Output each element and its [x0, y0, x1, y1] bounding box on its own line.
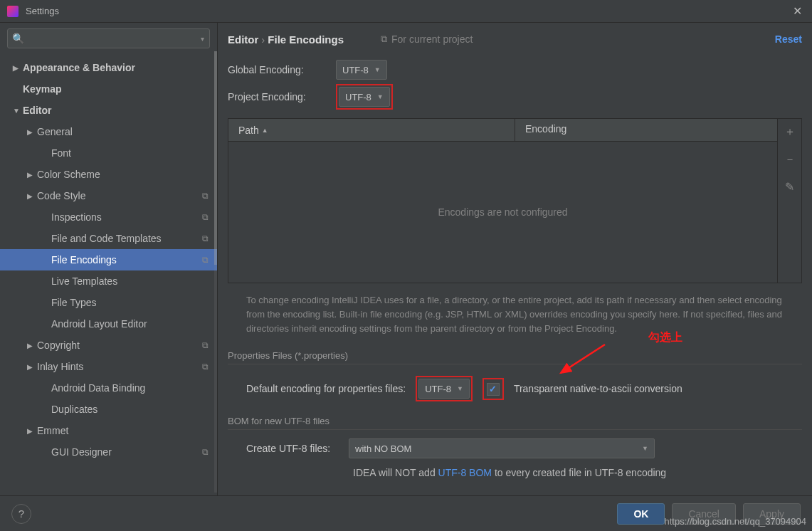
- properties-encoding-label: Default encoding for properties files:: [246, 383, 406, 394]
- global-encoding-select[interactable]: UTF-8▼: [336, 60, 387, 80]
- chevron-down-icon: ▼: [377, 93, 384, 100]
- transparent-ascii-checkbox[interactable]: [487, 383, 500, 396]
- breadcrumb: Editor›File Encodings: [228, 33, 344, 46]
- copy-icon: ⧉: [381, 33, 387, 45]
- scope-hint: ⧉ For current project: [381, 33, 473, 45]
- bom-label: Create UTF-8 files:: [246, 443, 339, 454]
- expand-arrow-icon[interactable]: [13, 107, 23, 115]
- project-scope-icon: ⧉: [202, 255, 209, 265]
- ok-button[interactable]: OK: [617, 503, 665, 525]
- tree-item-duplicates[interactable]: Duplicates: [0, 399, 217, 420]
- tree-item-label: Inspections: [51, 211, 102, 223]
- tree-item-label: Appearance & Behavior: [23, 62, 135, 73]
- tree-item-file-and-code-templates[interactable]: File and Code Templates⧉: [0, 228, 217, 249]
- expand-arrow-icon[interactable]: [13, 64, 23, 72]
- tree-item-label: Code Style: [37, 190, 85, 201]
- project-scope-icon: ⧉: [202, 233, 209, 243]
- tree-item-editor[interactable]: Editor: [0, 100, 217, 121]
- tree-item-file-encodings[interactable]: File Encodings⧉: [0, 249, 217, 270]
- project-encoding-label: Project Encoding:: [228, 91, 327, 102]
- tree-item-label: File Types: [51, 297, 97, 308]
- annotation-highlight: [483, 378, 504, 400]
- reset-link[interactable]: Reset: [775, 33, 802, 45]
- tree-item-label: Duplicates: [51, 404, 97, 415]
- chevron-down-icon: ▼: [374, 66, 381, 73]
- utf8-bom-link[interactable]: UTF-8 BOM: [438, 467, 492, 478]
- tree-item-copyright[interactable]: Copyright⧉: [0, 335, 217, 356]
- tree-item-font[interactable]: Font: [0, 142, 217, 164]
- search-history-icon[interactable]: ▾: [201, 35, 204, 43]
- expand-arrow-icon[interactable]: [27, 128, 37, 136]
- tree-item-label: Keymap: [23, 83, 61, 95]
- tree-item-inspections[interactable]: Inspections⧉: [0, 206, 217, 228]
- chevron-down-icon: ▼: [457, 385, 463, 392]
- sort-asc-icon: ▲: [262, 127, 268, 134]
- table-empty-text: Encodings are not configured: [228, 142, 777, 283]
- bom-select[interactable]: with NO BOM▼: [349, 438, 655, 458]
- tree-item-label: Copyright: [37, 340, 80, 351]
- add-icon[interactable]: ＋: [784, 125, 796, 140]
- tree-item-label: Live Templates: [51, 275, 117, 287]
- tree-item-emmet[interactable]: Emmet: [0, 420, 217, 441]
- bom-section-header: BOM for new UTF-8 files: [228, 416, 802, 430]
- tree-item-label: File and Code Templates: [51, 233, 162, 244]
- sidebar: 🔍 ▾ Appearance & BehaviorKeymapEditorGen…: [0, 23, 218, 495]
- tree-item-label: Inlay Hints: [37, 361, 83, 372]
- tree-item-keymap[interactable]: Keymap: [0, 78, 217, 100]
- tree-item-label: File Encodings: [51, 254, 117, 266]
- remove-icon[interactable]: －: [784, 152, 796, 167]
- tree-item-label: Color Scheme: [37, 169, 100, 180]
- sidebar-scrollbar-thumb[interactable]: [214, 51, 217, 265]
- settings-tree: Appearance & BehaviorKeymapEditorGeneral…: [0, 54, 217, 463]
- project-scope-icon: ⧉: [202, 362, 209, 372]
- window-title: Settings: [26, 6, 59, 16]
- app-icon: [7, 6, 19, 17]
- annotation-text: 勾选上: [648, 330, 682, 345]
- bom-note: IDEA will NOT add UTF-8 BOM to every cre…: [228, 463, 802, 478]
- project-scope-icon: ⧉: [202, 212, 209, 222]
- tree-item-label: Editor: [23, 105, 51, 116]
- tree-item-general[interactable]: General: [0, 121, 217, 142]
- tree-item-color-scheme[interactable]: Color Scheme: [0, 164, 217, 185]
- global-encoding-label: Global Encoding:: [228, 64, 327, 75]
- tree-item-gui-designer[interactable]: GUI Designer⧉: [0, 441, 217, 463]
- annotation-highlight: UTF-8▼: [336, 84, 393, 110]
- transparent-ascii-label: Transparent native-to-ascii conversion: [514, 383, 682, 394]
- search-icon: 🔍: [12, 33, 24, 44]
- tree-item-code-style[interactable]: Code Style⧉: [0, 185, 217, 206]
- tree-item-android-layout-editor[interactable]: Android Layout Editor: [0, 313, 217, 335]
- project-scope-icon: ⧉: [202, 191, 209, 201]
- annotation-highlight: UTF-8▼: [416, 376, 473, 401]
- search-input[interactable]: [7, 28, 210, 48]
- project-scope-icon: ⧉: [202, 447, 209, 457]
- project-scope-icon: ⧉: [202, 340, 209, 350]
- tree-item-live-templates[interactable]: Live Templates: [0, 270, 217, 292]
- main-panel: Editor›File Encodings ⧉ For current proj…: [218, 23, 812, 495]
- close-icon[interactable]: ✕: [790, 1, 805, 21]
- properties-section-header: Properties Files (*.properties): [228, 350, 802, 364]
- tree-item-label: General: [37, 126, 73, 137]
- tree-item-label: Emmet: [37, 425, 68, 436]
- expand-arrow-icon[interactable]: [27, 363, 37, 371]
- titlebar: Settings ✕: [0, 0, 812, 23]
- column-header-path[interactable]: Path▲: [228, 119, 515, 141]
- expand-arrow-icon[interactable]: [27, 192, 37, 200]
- description-text: To change encoding IntelliJ IDEA uses fo…: [228, 283, 802, 342]
- column-header-encoding[interactable]: Encoding: [515, 119, 777, 141]
- tree-item-inlay-hints[interactable]: Inlay Hints⧉: [0, 356, 217, 377]
- tree-item-label: Android Data Binding: [51, 382, 145, 394]
- tree-item-label: Font: [51, 147, 71, 159]
- edit-icon[interactable]: ✎: [785, 180, 794, 194]
- tree-item-appearance-behavior[interactable]: Appearance & Behavior: [0, 57, 217, 78]
- help-button[interactable]: ?: [11, 504, 31, 524]
- expand-arrow-icon[interactable]: [27, 342, 37, 349]
- project-encoding-select[interactable]: UTF-8▼: [339, 87, 390, 107]
- expand-arrow-icon[interactable]: [27, 427, 37, 435]
- chevron-down-icon: ▼: [642, 445, 648, 452]
- tree-item-label: Android Layout Editor: [51, 318, 147, 330]
- tree-item-file-types[interactable]: File Types: [0, 292, 217, 313]
- expand-arrow-icon[interactable]: [27, 171, 37, 179]
- tree-item-android-data-binding[interactable]: Android Data Binding: [0, 377, 217, 399]
- watermark: https://blog.csdn.net/qq_37094904: [665, 516, 807, 527]
- properties-encoding-select[interactable]: UTF-8▼: [418, 379, 470, 399]
